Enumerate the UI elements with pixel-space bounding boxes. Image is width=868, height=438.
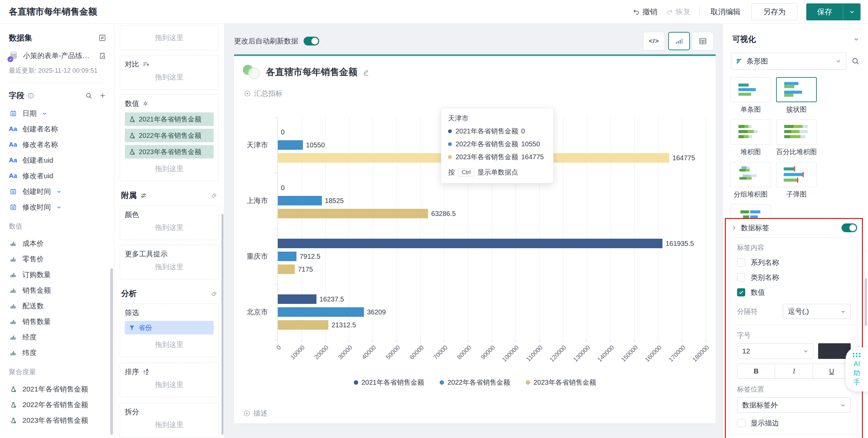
italic-button[interactable]: I	[775, 364, 812, 378]
checkbox-row-类别名称[interactable]: 类别名称	[737, 273, 851, 282]
switch-dataset-icon[interactable]	[99, 34, 106, 41]
value-dropzone[interactable]: 数值 2021年各省销售金额2022年各省销售金额2023年各省销售金额 拖到这…	[120, 94, 219, 181]
search-fields-icon[interactable]	[85, 92, 92, 99]
auto-refresh-toggle[interactable]	[304, 37, 319, 45]
filter-chip-province[interactable]: 省份	[125, 321, 214, 334]
bar[interactable]	[278, 196, 322, 205]
bar[interactable]	[278, 294, 316, 304]
bar[interactable]	[278, 140, 303, 150]
field-item-创建者uid[interactable]: Aa创建者uid	[0, 152, 114, 168]
field-item-订购数量[interactable]: 订购数量	[0, 267, 114, 282]
label-position-select[interactable]: 数据标签外	[737, 397, 851, 413]
chart-type-card[interactable]	[776, 120, 817, 145]
bold-button[interactable]: B	[737, 364, 775, 378]
value-chip-2022年各省销售金额[interactable]: 2022年各省销售金额	[125, 129, 214, 142]
edit-title-icon[interactable]	[362, 69, 369, 76]
sort-dropzone[interactable]: 排序 ↑AZ 拖到这里	[120, 363, 219, 397]
undo-button[interactable]: 撤销	[633, 7, 657, 17]
checkbox-row-系列名称[interactable]: 系列名称	[737, 258, 851, 267]
field-item-修改时间[interactable]: 修改时间	[0, 199, 114, 215]
field-item-修改者uid[interactable]: Aa修改者uid	[0, 168, 114, 184]
code-view-button[interactable]: </>	[643, 32, 665, 50]
color-dropzone[interactable]: 颜色 拖到这里	[120, 205, 219, 240]
underline-button[interactable]: U	[813, 364, 850, 378]
chevron-right-icon[interactable]	[731, 225, 737, 231]
tooltip-dropzone[interactable]: 更多工具提示 拖到这里	[120, 245, 219, 279]
chart-type-card[interactable]	[730, 120, 771, 145]
ai-assistant-button[interactable]: AI 助 手	[846, 347, 868, 391]
field-item-创建者名称[interactable]: Aa创建者名称	[0, 121, 114, 137]
chart-type-单条图[interactable]: 单条图	[730, 77, 771, 114]
split-dropzone[interactable]: 拆分 拖到这里	[120, 403, 219, 437]
save-button[interactable]: 保存	[806, 3, 843, 20]
bar[interactable]	[278, 307, 364, 317]
value-chip-2021年各省销售金额[interactable]: 2021年各省销售金额	[125, 112, 214, 126]
field-item-销售数量[interactable]: 销售数量	[0, 314, 114, 329]
chevron-down-icon[interactable]	[853, 36, 859, 42]
bar[interactable]	[278, 239, 662, 248]
chart-type-分组堆积图[interactable]: 分组堆积图	[730, 162, 771, 199]
show-stroke-checkbox[interactable]	[737, 419, 745, 427]
field-item-2021年各省销售金额[interactable]: 2021年各省销售金额	[0, 381, 114, 397]
chart-type-子弹图[interactable]: 子弹图	[776, 162, 817, 199]
chart-type-card[interactable]	[730, 162, 771, 187]
font-size-select[interactable]: 12	[737, 343, 813, 359]
checkbox-row-数值[interactable]: 数值	[737, 288, 851, 297]
shelf-scrollbar[interactable]	[221, 214, 224, 435]
cancel-edit-button[interactable]: 取消编辑	[709, 4, 742, 20]
dataset-name[interactable]: 小策的表单-产品练习...	[23, 51, 94, 60]
data-label-toggle[interactable]	[842, 223, 857, 232]
field-item-日期[interactable]: 日期	[0, 106, 114, 121]
preview-data-icon[interactable]	[99, 52, 106, 59]
chart-type-card[interactable]	[730, 77, 771, 102]
chart-type-堆积图[interactable]: 堆积图	[730, 120, 771, 157]
eraser-icon[interactable]	[211, 192, 217, 199]
chart-type-card[interactable]	[776, 162, 817, 187]
field-item-零售价[interactable]: 零售价	[0, 251, 114, 267]
save-dropdown-button[interactable]	[843, 3, 861, 20]
bar[interactable]	[278, 264, 295, 274]
chart-type-select[interactable]: 条形图	[731, 53, 846, 70]
field-item-配送数[interactable]: 配送数	[0, 298, 114, 314]
add-field-icon[interactable]	[99, 92, 106, 99]
field-item-2023年各省销售金额[interactable]: 2023年各省销售金额	[0, 413, 114, 428]
redo-button[interactable]: 恢复	[666, 7, 691, 17]
checkbox-数值[interactable]	[737, 288, 745, 296]
bar[interactable]	[278, 252, 296, 261]
panel-scrollbar[interactable]	[865, 278, 867, 326]
bar[interactable]	[278, 209, 428, 218]
legend-item[interactable]: 2021年各省销售金额	[354, 378, 424, 387]
field-item-销售金额[interactable]: 销售金额	[0, 282, 114, 298]
field-item-经度[interactable]: 经度	[0, 329, 114, 345]
chart-type-簇状图[interactable]: 簇状图	[776, 77, 817, 114]
dropzone-top[interactable]: 拖到这里	[120, 25, 219, 50]
eraser-icon[interactable]	[211, 290, 217, 297]
chart-type-百分比堆积图[interactable]: 百分比堆积图	[776, 120, 817, 157]
table-view-button[interactable]	[692, 32, 714, 50]
bar[interactable]	[278, 320, 328, 330]
checkbox-类别名称[interactable]	[737, 273, 745, 281]
add-summary-button[interactable]: 汇总指标	[244, 89, 283, 98]
field-item-修改者名称[interactable]: Aa修改者名称	[0, 137, 114, 152]
field-item-创建时间[interactable]: 创建时间	[0, 184, 114, 199]
value-chip-2023年各省销售金额[interactable]: 2023年各省销售金额	[125, 145, 214, 159]
sidebar-scrollbar[interactable]	[110, 268, 113, 435]
chart-type-card[interactable]	[776, 77, 817, 102]
field-item-2022年各省销售金额[interactable]: 2022年各省销售金额	[0, 397, 114, 413]
legend-item[interactable]: 2022年各省销售金额	[440, 378, 510, 387]
axis-tick	[349, 340, 349, 343]
gear-icon[interactable]	[142, 101, 149, 107]
add-description-button[interactable]: 描述	[244, 408, 268, 418]
filter-dropzone[interactable]: 筛选 省份 拖到这里	[120, 304, 219, 357]
field-item-纬度[interactable]: 纬度	[0, 345, 114, 361]
save-as-button[interactable]: 另存为	[751, 3, 797, 20]
separator-select[interactable]: 逗号(,)	[783, 304, 851, 319]
checkbox-系列名称[interactable]	[737, 258, 745, 267]
legend-item[interactable]: 2023年各省销售金额	[526, 378, 596, 387]
show-stroke-row[interactable]: 显示描边	[737, 418, 851, 428]
compare-dropzone[interactable]: 对比 拖到这里	[120, 55, 219, 90]
field-item-成本价[interactable]: 成本价	[0, 236, 114, 251]
search-chart-type-icon[interactable]	[852, 57, 859, 65]
chart-view-button[interactable]	[668, 32, 690, 50]
dimension-list: 日期Aa创建者名称Aa修改者名称Aa创建者uidAa修改者uid创建时间修改时间	[0, 106, 114, 215]
